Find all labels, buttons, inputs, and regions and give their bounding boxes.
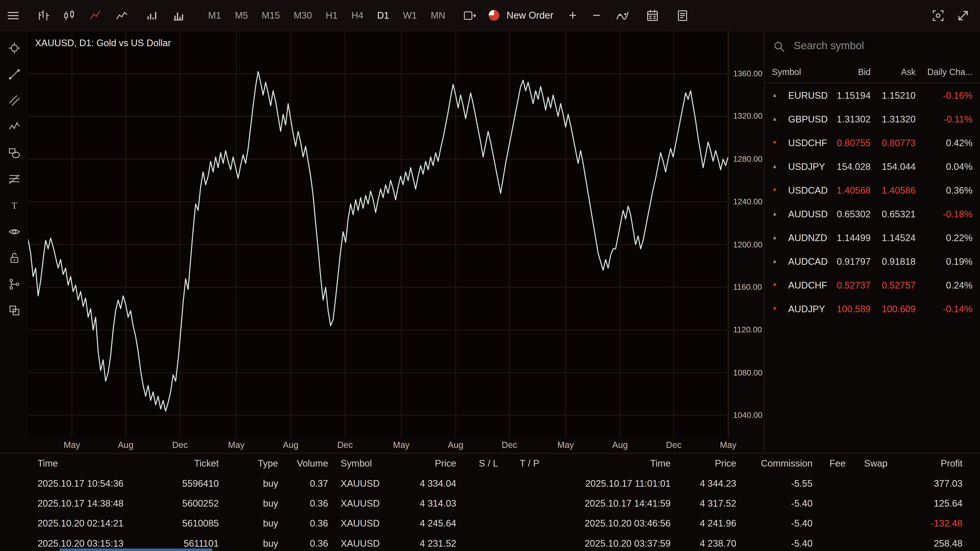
- history-rows: 2025.10.17 10:54:365596410buy0.37XAUUSD4…: [0, 473, 980, 551]
- journal-icon[interactable]: [676, 8, 690, 22]
- symbol-search: [764, 31, 980, 61]
- tick-volume-icon[interactable]: [145, 8, 159, 22]
- history-column-ticket-1[interactable]: Ticket: [156, 458, 219, 468]
- history-column-time-0[interactable]: Time: [0, 458, 156, 468]
- chart-type-group: [36, 8, 129, 22]
- history-column-sl-6[interactable]: S / L: [456, 458, 498, 468]
- symbol-name: USDJPY: [782, 161, 826, 171]
- windows-layers-icon[interactable]: [8, 304, 21, 317]
- time-tick-7-Aug: Aug: [445, 440, 466, 450]
- history-column-volume-3[interactable]: Volume: [278, 458, 328, 468]
- text-tool-icon[interactable]: T: [8, 199, 21, 212]
- timeframe-M5[interactable]: M5: [228, 0, 255, 31]
- timeframe-H4[interactable]: H4: [345, 0, 370, 31]
- history-column-swap-12[interactable]: Swap: [845, 458, 887, 468]
- calendar-icon[interactable]: [646, 8, 660, 22]
- cell-type: buy: [219, 498, 278, 508]
- timeframe-M30[interactable]: M30: [287, 0, 319, 31]
- history-column-type-2[interactable]: Type: [219, 458, 278, 468]
- bid-value: 0.91797: [826, 256, 870, 267]
- market-watch-row-AUDUSD[interactable]: ▲AUDUSD0.653020.65321-0.18%: [764, 202, 980, 225]
- timeframe-D1[interactable]: D1: [370, 0, 396, 31]
- symbol-name: USDCAD: [782, 185, 826, 195]
- column-symbol[interactable]: Symbol: [772, 67, 826, 77]
- history-column-price-5[interactable]: Price: [403, 458, 456, 468]
- time-axis[interactable]: MayAugDecMayAugDecMayAugDecMayAugDecMay: [28, 437, 764, 453]
- history-column-tp-7[interactable]: T / P: [498, 458, 539, 468]
- timeframe-MN[interactable]: MN: [424, 0, 452, 31]
- timeframe-M1[interactable]: M1: [201, 0, 228, 31]
- line-chart-icon[interactable]: [115, 8, 129, 22]
- bid-value: 100.589: [826, 303, 870, 314]
- volume-group: [145, 8, 185, 22]
- market-watch-row-USDCAD[interactable]: ▼USDCAD1.405681.405860.36%: [764, 178, 980, 202]
- history-column-commission-10[interactable]: Commission: [736, 458, 813, 468]
- unlock-icon[interactable]: [8, 252, 21, 264]
- market-watch-row-AUDJPY[interactable]: ▼AUDJPY100.589100.609-0.14%: [764, 297, 980, 321]
- price-tick-1360: 1360.00: [733, 68, 762, 78]
- symbol-name: AUDCHF: [782, 279, 826, 290]
- new-order-button[interactable]: New Order: [487, 8, 553, 22]
- history-column-symbol-4[interactable]: Symbol: [328, 458, 403, 468]
- screenshot-camera-icon[interactable]: [931, 8, 945, 22]
- fibonacci-icon[interactable]: [8, 173, 21, 186]
- market-watch-row-AUDCAD[interactable]: ▲AUDCAD0.917970.918180.19%: [764, 249, 980, 273]
- zoom-group: + −: [566, 8, 603, 22]
- zoom-out-button[interactable]: −: [590, 8, 603, 22]
- market-watch-row-AUDNZD[interactable]: ▲AUDNZD1.144991.145240.22%: [764, 225, 980, 249]
- ask-value: 154.044: [870, 161, 915, 171]
- shapes-icon[interactable]: [8, 147, 21, 159]
- price-axis[interactable]: 1360.001320.001280.001240.001200.001160.…: [728, 31, 764, 437]
- history-column-fee-11[interactable]: Fee: [813, 458, 846, 468]
- cell-symbol: XAUUSD: [328, 537, 403, 548]
- daily-change-value: -0.16%: [916, 89, 973, 100]
- chart-shift-icon[interactable]: [463, 8, 477, 22]
- cell-price2: 4 344.23: [671, 478, 736, 488]
- down-arrow-icon: ▼: [772, 187, 782, 192]
- history-column-price-9[interactable]: Price: [671, 458, 736, 468]
- history-row-5600252[interactable]: 2025.10.17 14:38:485600252buy0.36XAUUSD4…: [0, 493, 980, 513]
- cell-price2: 4 238.70: [671, 537, 736, 548]
- object-branch-icon[interactable]: [8, 278, 21, 291]
- cell-time: 2025.10.20 03:15:13: [0, 537, 156, 548]
- bar-chart-icon[interactable]: [36, 8, 50, 22]
- visibility-eye-icon[interactable]: [8, 225, 21, 238]
- column-daily-change[interactable]: Daily Cha...: [916, 67, 973, 77]
- candlestick-chart-icon[interactable]: [62, 8, 76, 22]
- column-bid[interactable]: Bid: [826, 67, 870, 77]
- history-row-5610085[interactable]: 2025.10.20 02:14:215610085buy0.36XAUUSD4…: [0, 513, 980, 533]
- history-column-profit-13[interactable]: Profit: [888, 458, 980, 468]
- history-row-5596410[interactable]: 2025.10.17 10:54:365596410buy0.37XAUUSD4…: [0, 473, 980, 493]
- cell-type: buy: [219, 518, 278, 528]
- history-hscrollbar-thumb[interactable]: [59, 548, 213, 551]
- toolbar-right-group: [931, 8, 980, 22]
- line-chart-active-icon[interactable]: [89, 8, 103, 22]
- column-ask[interactable]: Ask: [870, 67, 915, 77]
- timeframe-H1[interactable]: H1: [319, 0, 345, 31]
- indicators-icon[interactable]: [616, 8, 630, 22]
- trendline-icon[interactable]: [8, 68, 21, 81]
- symbol-search-input[interactable]: [792, 39, 972, 53]
- cell-volume: 0.36: [278, 498, 328, 508]
- ask-value: 1.14524: [870, 232, 915, 243]
- history-column-time-8[interactable]: Time: [539, 458, 670, 468]
- bid-value: 1.40568: [826, 185, 870, 195]
- market-watch-row-USDCHF[interactable]: ▼USDCHF0.807550.807730.42%: [764, 130, 980, 154]
- fullscreen-icon[interactable]: [956, 8, 970, 22]
- chart-canvas[interactable]: [28, 31, 728, 437]
- market-watch-row-USDJPY[interactable]: ▲USDJPY154.028154.0440.04%: [764, 154, 980, 178]
- ask-value: 0.65321: [870, 208, 915, 219]
- cell-time: 2025.10.20 02:14:21: [0, 518, 156, 528]
- volume-histogram-icon[interactable]: [171, 8, 185, 22]
- market-watch-row-GBPUSD[interactable]: ▲GBPUSD1.313021.31320-0.11%: [764, 107, 980, 130]
- timeframe-M15[interactable]: M15: [255, 0, 286, 31]
- channel-icon[interactable]: [8, 94, 21, 107]
- timeframe-W1[interactable]: W1: [396, 0, 424, 31]
- market-watch-row-EURUSD[interactable]: ▲EURUSD1.151941.15210-0.16%: [764, 83, 980, 107]
- ask-value: 1.31320: [870, 113, 915, 124]
- menu-icon[interactable]: [6, 8, 20, 22]
- market-watch-row-AUDCHF[interactable]: ▼AUDCHF0.527370.527570.24%: [764, 273, 980, 297]
- polyline-icon[interactable]: [8, 121, 21, 133]
- zoom-in-button[interactable]: +: [566, 8, 579, 22]
- crosshair-icon[interactable]: [8, 42, 21, 54]
